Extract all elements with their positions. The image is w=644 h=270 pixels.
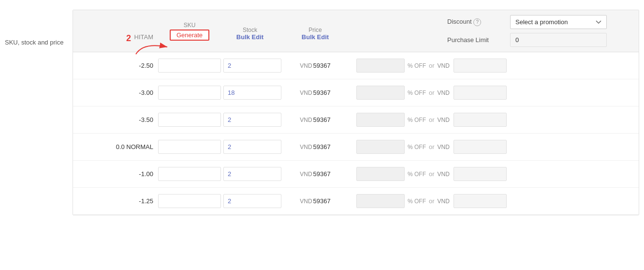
price-currency: VND (300, 171, 312, 178)
section-label: SKU, stock and price (5, 10, 73, 46)
vnd-label: VND (438, 198, 450, 205)
vnd-discount-input[interactable] (454, 59, 507, 73)
discount-help-icon[interactable]: ? (473, 18, 481, 26)
stock-column-header: Stock Bulk Edit (221, 27, 279, 41)
off-label: % OFF (408, 198, 426, 205)
price-value: 59367 (313, 116, 331, 123)
stock-cell (221, 140, 279, 154)
sku-cell (158, 194, 221, 208)
header-section: HITAM SKU 2 Generate (73, 10, 639, 52)
promotion-select[interactable]: Select a promotion (510, 15, 607, 29)
off-label: % OFF (408, 90, 426, 96)
sku-input[interactable] (158, 167, 221, 181)
or-label: or (429, 197, 435, 205)
price-cell: VND59367 (279, 197, 351, 205)
sku-input[interactable] (158, 59, 221, 73)
sku-cell (158, 86, 221, 100)
discount-percent-input[interactable] (356, 167, 405, 181)
generate-button[interactable]: Generate (170, 30, 209, 41)
sku-column-header: SKU 2 Generate (158, 22, 221, 41)
price-cell: VND59367 (279, 116, 351, 123)
price-value: 59367 (313, 197, 331, 205)
stock-cell (221, 167, 279, 181)
stock-cell (221, 59, 279, 73)
price-currency: VND (300, 144, 312, 150)
stock-input[interactable] (223, 86, 281, 100)
discount-cell: % OFF or VND (356, 140, 507, 154)
annotation-number: 2 (126, 33, 131, 44)
or-label: or (429, 143, 435, 150)
row-variant-value: -3.00 (81, 89, 158, 96)
discount-cell: % OFF or VND (356, 113, 507, 127)
price-column-header: Price Bulk Edit (279, 27, 351, 41)
vnd-discount-input[interactable] (454, 86, 507, 100)
column-headers: HITAM SKU 2 Generate (81, 22, 447, 41)
discount-percent-input[interactable] (356, 194, 405, 208)
price-cell: VND59367 (279, 143, 351, 150)
vnd-label: VND (438, 62, 450, 69)
off-label: % OFF (408, 62, 426, 69)
sku-cell (158, 59, 221, 73)
discount-percent-input[interactable] (356, 140, 405, 154)
price-bulk-edit[interactable]: Bulk Edit (279, 33, 351, 41)
vnd-discount-input[interactable] (454, 194, 507, 208)
row-variant-value: 0.0 NORMAL (81, 143, 158, 150)
vnd-label: VND (438, 144, 450, 150)
discount-percent-input[interactable] (356, 113, 405, 127)
sku-input[interactable] (158, 113, 221, 127)
price-cell: VND59367 (279, 89, 351, 96)
stock-cell (221, 194, 279, 208)
right-controls: Discount ? Select a promotion Purchase L… (447, 15, 631, 47)
vnd-discount-input[interactable] (454, 140, 507, 154)
price-value: 59367 (313, 143, 331, 150)
sku-cell (158, 167, 221, 181)
sku-input[interactable] (158, 86, 221, 100)
vnd-discount-input[interactable] (454, 167, 507, 181)
off-label: % OFF (408, 171, 426, 178)
off-label: % OFF (408, 144, 426, 150)
table-row: -3.50 VND59367 % OFF or VND (73, 106, 639, 134)
vnd-discount-input[interactable] (454, 113, 507, 127)
sku-cell (158, 140, 221, 154)
discount-cell: % OFF or VND (356, 194, 507, 208)
sku-cell (158, 113, 221, 127)
table-row: -2.50 VND59367 % OFF or VND (73, 52, 639, 79)
purchase-limit-label: Purchase Limit (447, 36, 505, 44)
or-label: or (429, 170, 435, 178)
stock-input[interactable] (223, 59, 281, 73)
stock-input[interactable] (223, 194, 281, 208)
row-variant-value: -2.50 (81, 62, 158, 69)
stock-cell (221, 113, 279, 127)
stock-input[interactable] (223, 113, 281, 127)
discount-cell: % OFF or VND (356, 86, 507, 100)
price-currency: VND (300, 198, 312, 205)
hitam-column-header: HITAM (81, 33, 158, 41)
table-row: 0.0 NORMAL VND59367 % OFF or VND (73, 134, 639, 161)
stock-cell (221, 86, 279, 100)
sku-label: SKU (158, 22, 221, 29)
purchase-limit-row: Purchase Limit (447, 33, 631, 47)
discount-row: Discount ? Select a promotion (447, 15, 631, 29)
vnd-label: VND (438, 90, 450, 96)
stock-bulk-edit[interactable]: Bulk Edit (221, 33, 279, 41)
discount-cell: % OFF or VND (356, 59, 507, 73)
purchase-limit-input[interactable] (510, 33, 607, 47)
discount-cell: % OFF or VND (356, 167, 507, 181)
table-row: -3.00 VND59367 % OFF or VND (73, 79, 639, 106)
discount-percent-input[interactable] (356, 86, 405, 100)
stock-input[interactable] (223, 167, 281, 181)
sku-input[interactable] (158, 194, 221, 208)
discount-percent-input[interactable] (356, 59, 405, 73)
vnd-label: VND (438, 117, 450, 123)
row-variant-value: -1.00 (81, 170, 158, 178)
data-rows: -2.50 VND59367 % OFF or VND -3.00 VND593… (73, 52, 639, 215)
stock-input[interactable] (223, 140, 281, 154)
price-cell: VND59367 (279, 170, 351, 178)
row-variant-value: -1.25 (81, 197, 158, 205)
price-value: 59367 (313, 170, 331, 178)
or-label: or (429, 62, 435, 69)
sku-input[interactable] (158, 140, 221, 154)
or-label: or (429, 116, 435, 123)
main-panel: HITAM SKU 2 Generate (73, 10, 639, 215)
or-label: or (429, 89, 435, 96)
